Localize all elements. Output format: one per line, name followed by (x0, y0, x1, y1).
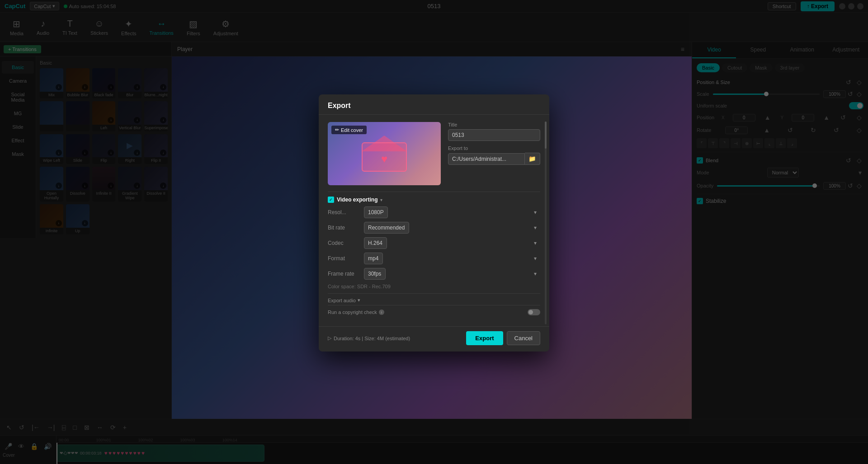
bitrate-label: Bit rate (328, 225, 364, 231)
export-audio-button[interactable]: Export audio ▾ (328, 297, 360, 303)
modal-footer: ▷ Duration: 4s | Size: 4M (estimated) Ex… (319, 326, 549, 352)
modal-fields: Title Export to 📁 (448, 122, 540, 185)
bitrate-select-wrapper: Low Recommended High (364, 222, 540, 234)
resolution-select-wrapper: 720P 1080P 2K 4K (364, 206, 540, 218)
codec-row: Codec H.264 H.265 (328, 237, 540, 249)
bitrate-row: Bit rate Low Recommended High (328, 222, 540, 234)
modal-title: Export (319, 94, 549, 115)
format-select-wrapper: mp4 mov avi (364, 253, 540, 264)
modal-body: ✏ Edit cover ♥ Title (319, 115, 549, 326)
codec-select-wrapper: H.264 H.265 (364, 237, 540, 249)
audio-expand-icon: ▾ (358, 297, 360, 303)
copyright-label: Run a copyright check i (328, 309, 384, 315)
export-path-input[interactable] (448, 153, 525, 165)
bitrate-select[interactable]: Low Recommended High (364, 222, 409, 234)
framerate-row: Frame rate 24fps 30fps 60fps (328, 268, 540, 280)
cancel-button[interactable]: Cancel (507, 331, 540, 345)
edit-cover-button[interactable]: ✏ Edit cover (331, 126, 367, 134)
title-field-label: Title (448, 122, 540, 127)
color-space-row: Color space: SDR - Rec.709 (328, 283, 540, 290)
resolution-label: Resol... (328, 209, 364, 216)
codec-label: Codec (328, 240, 364, 246)
envelope-heart: ♥ (381, 153, 387, 165)
duration-text: Duration: 4s | Size: 4M (estimated) (334, 336, 410, 341)
info-icon: i (379, 309, 384, 315)
resolution-row: Resol... 720P 1080P 2K 4K (328, 206, 540, 218)
format-label: Format (328, 255, 364, 262)
cover-envelope: ♥ (362, 136, 407, 172)
export-modal: Export ✏ Edit cover ♥ (319, 94, 549, 352)
title-input[interactable] (448, 129, 540, 141)
modal-scrollbar[interactable] (545, 122, 547, 324)
export-confirm-button[interactable]: Export (466, 331, 503, 345)
folder-browse-button[interactable]: 📁 (525, 153, 540, 165)
duration-icon: ▷ (328, 335, 331, 341)
resolution-select[interactable]: 720P 1080P 2K 4K (364, 206, 388, 218)
export-path-wrapper: 📁 (448, 153, 540, 165)
color-space-label: Color space: SDR - Rec.709 (328, 284, 391, 289)
edit-icon: ✏ (335, 127, 339, 133)
video-exporting-checkbox[interactable]: ✓ (328, 197, 334, 203)
video-exporting-label: Video exporting (337, 197, 377, 203)
format-select[interactable]: mp4 mov avi (364, 253, 383, 264)
duration-info: ▷ Duration: 4s | Size: 4M (estimated) (328, 335, 410, 341)
cover-preview: ✏ Edit cover ♥ (328, 122, 441, 185)
modal-overlay: Export ✏ Edit cover ♥ (0, 0, 868, 464)
copyright-row: Run a copyright check i (328, 305, 540, 319)
video-exporting-arrow: ▾ (380, 197, 382, 202)
toggle-sm-knob (528, 310, 533, 314)
modal-scrollthumb[interactable] (545, 122, 547, 149)
export-to-label: Export to (448, 145, 540, 151)
video-exporting-row: ✓ Video exporting ▾ (328, 197, 540, 203)
export-to-field-row: Export to 📁 (448, 145, 540, 165)
divider-1 (328, 192, 540, 192)
title-field-row: Title (448, 122, 540, 141)
codec-select[interactable]: H.264 H.265 (364, 237, 387, 249)
copyright-toggle[interactable] (528, 309, 540, 315)
framerate-label: Frame rate (328, 271, 364, 277)
framerate-select[interactable]: 24fps 30fps 60fps (364, 268, 386, 280)
format-row: Format mp4 mov avi (328, 253, 540, 264)
modal-actions: Export Cancel (466, 331, 540, 345)
framerate-select-wrapper: 24fps 30fps 60fps (364, 268, 540, 280)
export-audio-row: Export audio ▾ (328, 293, 540, 303)
cover-row: ✏ Edit cover ♥ Title (328, 122, 540, 185)
